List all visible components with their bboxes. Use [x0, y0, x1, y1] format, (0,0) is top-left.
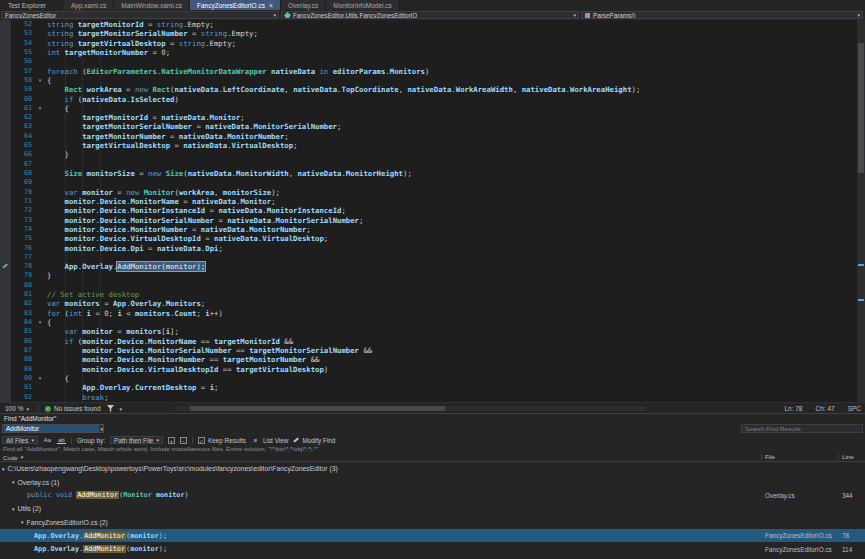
breakpoint-margin[interactable] — [0, 262, 11, 271]
breakpoint-margin[interactable] — [0, 104, 11, 113]
breakpoint-margin[interactable] — [0, 67, 11, 76]
tab-mainwindow-xaml-cs[interactable]: MainWindow.xaml.cs — [114, 0, 190, 10]
breakpoint-margin[interactable] — [0, 281, 11, 290]
breakpoint-margin[interactable] — [0, 216, 11, 225]
breakpoint-margin[interactable] — [0, 383, 11, 392]
code-line[interactable]: 65 targetVirtualDesktop = nativeData.Vir… — [0, 141, 865, 150]
breakpoint-margin[interactable] — [0, 85, 11, 94]
member-dropdown[interactable]: ParseParams() ▾ — [581, 11, 863, 19]
zoom-control[interactable]: 100 % ▾ — [2, 404, 32, 413]
breakpoint-margin[interactable] — [0, 132, 11, 141]
spaces-indicator[interactable]: SPC — [848, 405, 861, 412]
code-line[interactable]: 90▾ { — [0, 374, 865, 383]
collapse-all-icon[interactable]: − — [180, 437, 187, 444]
breakpoint-margin[interactable] — [0, 374, 11, 383]
breakpoint-margin[interactable] — [0, 76, 11, 85]
breakpoint-margin[interactable] — [0, 113, 11, 122]
code-line[interactable]: 57foreach (EditorParameters.NativeMonito… — [0, 67, 865, 76]
code-line[interactable]: 53string targetMonitorSerialNumber = str… — [0, 29, 865, 38]
find-group-row[interactable]: ▾FancyZonesEditorIO.cs (2) — [0, 516, 865, 529]
breakpoint-margin[interactable] — [0, 150, 11, 159]
breakpoint-margin[interactable] — [0, 169, 11, 178]
breakpoint-margin[interactable] — [0, 160, 11, 169]
find-result-row[interactable]: public void AddMonitor(Monitor monitor)O… — [0, 489, 865, 502]
scrollbar-thumb[interactable] — [858, 43, 864, 173]
code-line[interactable]: 75 monitor.Device.VirtualDesktopId = nat… — [0, 234, 865, 243]
breakpoint-margin[interactable] — [0, 309, 11, 318]
code-line[interactable]: 76 monitor.Device.Dpi = nativeData.Dpi; — [0, 244, 865, 253]
code-line[interactable]: 91 App.Overlay.CurrentDesktop = i; — [0, 383, 865, 392]
breakpoint-margin[interactable] — [0, 365, 11, 374]
code-line[interactable]: 73 monitor.Device.MonitorSerialNumber = … — [0, 216, 865, 225]
expand-collapse-icon[interactable]: ▾ — [2, 466, 5, 472]
find-group-row[interactable]: ▾C:\Users\zhaopengwang\Desktop\powertoys… — [0, 462, 865, 475]
chevron-down-icon[interactable]: ▾ — [120, 406, 123, 412]
code-line[interactable]: 89 monitor.Device.VirtualDesktopId == ta… — [0, 365, 865, 374]
code-line[interactable]: 85 var monitor = monitors[i]; — [0, 327, 865, 336]
fold-chevron-icon[interactable]: ▾ — [35, 76, 45, 85]
code-line[interactable]: 83for (int i = 0; i < monitors.Count; i+… — [0, 309, 865, 318]
breakpoint-margin[interactable] — [0, 57, 11, 66]
keep-results-toggle[interactable]: ✓ Keep Results — [198, 437, 246, 444]
fold-chevron-icon[interactable]: ▾ — [35, 374, 45, 383]
find-result-row[interactable]: App.Overlay.AddMonitor(monitor);FancyZon… — [0, 529, 865, 542]
file-column-header[interactable]: File — [765, 453, 775, 461]
code-line[interactable]: 84▾{ — [0, 318, 865, 327]
code-line[interactable]: 59 Rect workArea = new Rect(nativeData.L… — [0, 85, 865, 94]
code-line[interactable]: 58▾{ — [0, 76, 865, 85]
code-line[interactable]: 71 monitor.Device.MonitorName = nativeDa… — [0, 197, 865, 206]
code-line[interactable]: 70 var monitor = new Monitor(workArea, m… — [0, 188, 865, 197]
tab-monitorinfomodel-cs[interactable]: MonitorInfoModel.cs — [326, 0, 400, 10]
breakpoint-margin[interactable] — [0, 299, 11, 308]
code-line[interactable]: 56 — [0, 57, 865, 66]
breakpoint-margin[interactable] — [0, 290, 11, 299]
breakpoint-margin[interactable] — [0, 197, 11, 206]
code-line[interactable]: 61▾ { — [0, 104, 865, 113]
code-line[interactable]: 79} — [0, 271, 865, 280]
close-icon[interactable]: × — [269, 2, 273, 9]
group-by-dropdown[interactable]: Path then File ▾ — [110, 436, 163, 444]
tab-fancyzoneseditorio-cs[interactable]: FancyZonesEditorIO.cs× — [190, 0, 281, 10]
breakpoint-margin[interactable] — [0, 206, 11, 215]
tab-overlay-cs[interactable]: Overlay.cs — [281, 0, 326, 10]
breakpoint-margin[interactable] — [0, 48, 11, 57]
whole-word-icon[interactable]: ab — [57, 437, 66, 444]
find-result-row[interactable]: App.Overlay.AddMonitor(monitor);FancyZon… — [0, 542, 865, 555]
expand-collapse-icon[interactable]: ▾ — [12, 506, 15, 512]
code-line[interactable]: 67 — [0, 160, 865, 169]
code-line[interactable]: 60 if (nativeData.IsSelected) — [0, 95, 865, 104]
editor-horizontal-scrollbar[interactable] — [175, 406, 645, 411]
code-line[interactable]: 72 monitor.Device.MonitorInstanceId = na… — [0, 206, 865, 215]
code-editor[interactable]: 52string targetMonitorId = string.Empty;… — [0, 20, 865, 402]
type-dropdown[interactable]: FancyZonesEditor.Utils.FancyZonesEditorI… — [281, 11, 579, 19]
modify-find-button[interactable]: Modify Find — [293, 437, 335, 444]
code-line[interactable]: 81// Set active desktop — [0, 290, 865, 299]
expand-collapse-icon[interactable]: ▾ — [12, 479, 15, 485]
code-line[interactable]: 55int targetMonitorNumber = 0; — [0, 48, 865, 57]
document-health-indicator[interactable]: ✓ No issues found — [45, 405, 101, 412]
scope-dropdown[interactable]: All Files ▾ — [2, 436, 38, 444]
code-line[interactable]: 54string targetVirtualDesktop = string.E… — [0, 39, 865, 48]
line-column-header[interactable]: Line — [842, 453, 854, 461]
editor-vertical-scrollbar[interactable] — [857, 20, 865, 402]
code-line[interactable]: 63 targetMonitorSerialNumber = nativeDat… — [0, 122, 865, 131]
breakpoint-margin[interactable] — [0, 234, 11, 243]
column-indicator[interactable]: Ch: 47 — [815, 405, 834, 412]
find-group-row[interactable]: ▾Overlay.cs (1) — [0, 475, 865, 488]
breakpoint-margin[interactable] — [0, 271, 11, 280]
code-line[interactable]: 68 Size monitorSize = new Size(nativeDat… — [0, 169, 865, 178]
fold-chevron-icon[interactable]: ▾ — [35, 318, 45, 327]
code-line[interactable]: 62 targetMonitorId = nativeData.Monitor; — [0, 113, 865, 122]
search-find-results-input[interactable]: Search Find Results — [741, 424, 863, 433]
code-line[interactable]: 66 } — [0, 150, 865, 159]
breakpoint-margin[interactable] — [0, 355, 11, 364]
breakpoint-margin[interactable] — [0, 188, 11, 197]
code-line[interactable]: 88 monitor.Device.MonitorNumber == targe… — [0, 355, 865, 364]
scrollbar-thumb[interactable] — [190, 406, 445, 411]
breakpoint-margin[interactable] — [0, 178, 11, 187]
breakpoint-margin[interactable] — [0, 122, 11, 131]
chevron-down-icon[interactable]: ▾ — [100, 426, 103, 432]
code-line[interactable]: 78 App.Overlay.AddMonitor(monitor); — [0, 262, 865, 271]
expand-collapse-icon[interactable]: ▾ — [21, 519, 24, 525]
breakpoint-margin[interactable] — [0, 346, 11, 355]
